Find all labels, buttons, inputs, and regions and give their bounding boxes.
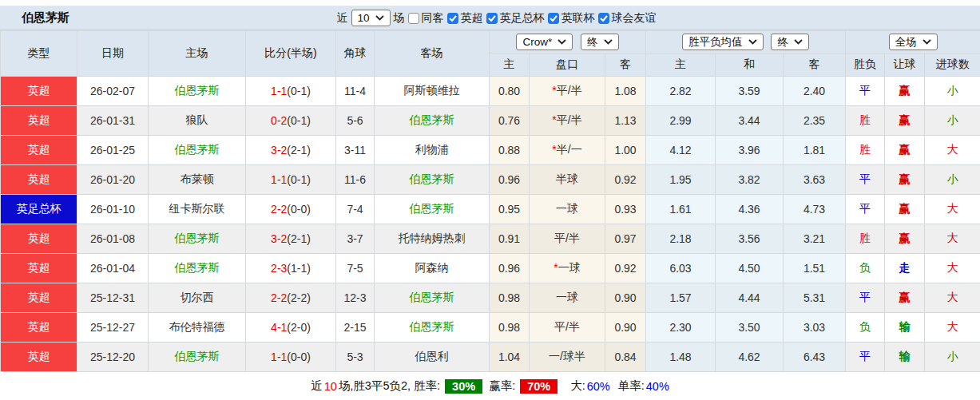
avg-final-select[interactable]: 终 <box>771 34 809 50</box>
result-handicap: 赢 <box>885 224 925 254</box>
away-team-link[interactable]: 阿森纳 <box>375 254 490 283</box>
chevron-down-icon <box>557 39 566 45</box>
chevron-down-icon <box>375 15 384 21</box>
league-filter-friendly[interactable]: 球会友谊 <box>598 11 657 26</box>
full-time-score: 3-2 <box>271 232 287 245</box>
league-badge: 英超 <box>1 283 77 313</box>
match-date: 26-01-31 <box>77 106 149 136</box>
result-goals: 大 <box>925 254 980 283</box>
summary-footer: 近 10 场,胜3平5负2, 胜率: 30% 赢率: 70% 大: 60% 单率… <box>0 372 980 400</box>
efl-cup-checkbox[interactable] <box>548 13 559 24</box>
handicap-value: 平/半 <box>554 320 580 333</box>
handicap-value: 一球 <box>556 291 578 303</box>
premier-label: 英超 <box>461 11 483 26</box>
result-scope-select[interactable]: 全场 <box>889 34 938 50</box>
result-wdl: 平 <box>846 77 885 106</box>
half-time-score: (0-1) <box>287 173 311 186</box>
match-row: 英超 26-01-04 伯恩茅斯 2-3(1-1) 7-5 阿森纳 0.96 *… <box>1 254 980 283</box>
handicap-cell: *半/一 <box>530 136 605 165</box>
corner-count: 3-11 <box>336 136 375 165</box>
corner-count: 11-6 <box>336 165 375 195</box>
handicap-value: 一/球半 <box>549 350 585 362</box>
home-team-link[interactable]: 伯恩茅斯 <box>149 77 246 106</box>
home-team-link[interactable]: 狼队 <box>149 106 246 136</box>
league-badge: 英超 <box>1 343 77 372</box>
result-scope-value: 全场 <box>895 35 917 50</box>
odds-company-select[interactable]: Crow* <box>516 34 573 50</box>
chevron-down-icon <box>922 39 931 45</box>
away-team-link[interactable]: 伯恩茅斯 <box>375 283 490 313</box>
avg-away-value: 2.40 <box>784 77 846 106</box>
match-date: 26-01-25 <box>77 136 149 165</box>
handicap-value: 一球 <box>556 202 578 215</box>
home-team-link[interactable]: 伯恩茅斯 <box>149 254 246 283</box>
sub-header-wdl: 胜负 <box>846 53 885 77</box>
match-row: 英超 25-12-31 切尔西 2-2(2-2) 12-3 伯恩茅斯 0.98 … <box>1 283 980 313</box>
away-team-link[interactable]: 伯恩茅斯 <box>375 313 490 343</box>
result-handicap: 走 <box>885 254 925 283</box>
match-date: 25-12-31 <box>77 283 149 313</box>
corner-count: 2-15 <box>336 313 375 343</box>
avg-draw-value: 3.56 <box>716 224 784 254</box>
home-team-link[interactable]: 伯恩茅斯 <box>149 224 246 254</box>
home-team-link[interactable]: 伯恩茅斯 <box>149 343 246 372</box>
home-team-link[interactable]: 伯恩茅斯 <box>149 136 246 165</box>
avg-draw-value: 3.96 <box>716 136 784 165</box>
home-team-link[interactable]: 切尔西 <box>149 283 246 313</box>
odds-home-value: 0.80 <box>490 77 530 106</box>
footer-match-count: 10 <box>324 380 337 393</box>
avg-draw-value: 3.50 <box>716 313 784 343</box>
handicap-cell: 一球 <box>530 283 605 313</box>
result-wdl: 平 <box>846 343 885 372</box>
col-header-score: 比分(半场) <box>246 31 336 77</box>
away-team-link[interactable]: 利物浦 <box>375 136 490 165</box>
premier-checkbox[interactable] <box>447 13 458 24</box>
home-team-link[interactable]: 布伦特福德 <box>149 313 246 343</box>
friendly-checkbox[interactable] <box>598 13 609 24</box>
score-cell: 3-2(2-1) <box>246 136 336 165</box>
fa-cup-checkbox[interactable] <box>486 13 498 24</box>
footer-summary-text: 场,胜3平5负2, 胜率: <box>339 378 440 394</box>
half-time-score: (2-1) <box>287 144 311 156</box>
half-time-score: (2-0) <box>287 321 311 334</box>
full-time-score: 1-1 <box>271 85 287 97</box>
league-filter-fa-cup[interactable]: 英足总杯 <box>486 11 545 26</box>
big-label: 大: <box>570 378 585 394</box>
score-cell: 2-3(1-1) <box>246 254 336 283</box>
match-count-select[interactable]: 10 <box>351 10 390 26</box>
match-row: 英超 25-12-27 布伦特福德 4-1(2-0) 2-15 伯恩茅斯 0.9… <box>1 313 980 343</box>
league-badge: 英超 <box>1 224 77 254</box>
away-team-link[interactable]: 伯恩利 <box>375 343 490 372</box>
handicap-value: 一球 <box>558 261 581 274</box>
result-goals: 大 <box>925 313 980 343</box>
result-select-group: 全场 <box>846 31 980 53</box>
away-team-link[interactable]: 伯恩茅斯 <box>375 106 490 136</box>
avg-home-value: 2.82 <box>646 77 716 106</box>
result-goals: 大 <box>925 283 980 313</box>
avg-home-value: 1.95 <box>646 165 716 195</box>
league-filter-premier[interactable]: 英超 <box>447 11 483 26</box>
away-team-link[interactable]: 伯恩茅斯 <box>375 165 490 195</box>
away-team-link[interactable]: 阿斯顿维拉 <box>375 77 490 106</box>
single-label: 单率: <box>618 378 645 394</box>
league-badge: 英超 <box>1 106 77 136</box>
league-filter-efl-cup[interactable]: 英联杯 <box>548 11 595 26</box>
same-away-checkbox[interactable] <box>408 13 419 24</box>
odds-away-value: 0.97 <box>605 224 646 254</box>
same-away-filter[interactable]: 同客 <box>408 11 444 26</box>
avg-draw-value: 4.44 <box>716 283 784 313</box>
avg-away-value: 3.21 <box>784 224 846 254</box>
home-team-link[interactable]: 布莱顿 <box>149 165 246 195</box>
match-date: 25-12-27 <box>77 313 149 343</box>
league-badge: 英超 <box>1 77 77 106</box>
away-team-link[interactable]: 托特纳姆热刺 <box>375 224 490 254</box>
away-team-link[interactable]: 伯恩茅斯 <box>375 195 490 224</box>
avg-type-select[interactable]: 胜平负均值 <box>682 34 764 50</box>
col-header-home: 主场 <box>149 31 246 77</box>
home-team-link[interactable]: 纽卡斯尔联 <box>149 195 246 224</box>
score-cell: 2-2(2-2) <box>246 283 336 313</box>
odds-final-select[interactable]: 终 <box>581 34 619 50</box>
avg-final-value: 终 <box>777 35 788 50</box>
odds-select-group: Crow* 终 <box>490 31 646 53</box>
sub-header-handicap: 盘口 <box>530 53 605 77</box>
